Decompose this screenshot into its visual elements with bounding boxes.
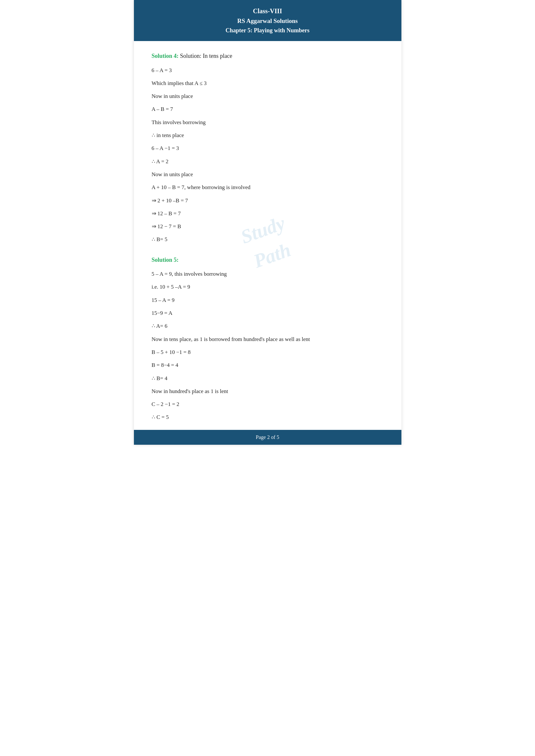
page-footer: Page 2 of 5 bbox=[134, 430, 401, 445]
sol4-line-11: ⇒ 12 – B = 7 bbox=[152, 208, 383, 219]
sol4-line-6: 6 – A −1 = 3 bbox=[152, 143, 383, 153]
sol5-line-10: C – 2 −1 = 2 bbox=[152, 399, 383, 410]
sol5-line-7: B = 8−4 = 4 bbox=[152, 360, 383, 370]
header-line3: Chapter 5: Playing with Numbers bbox=[140, 26, 395, 35]
header-line2: RS Aggarwal Solutions bbox=[140, 16, 395, 26]
header-line1: Class-VIII bbox=[140, 6, 395, 16]
sol5-line-8: ∴ B= 4 bbox=[152, 373, 383, 384]
sol5-line-9: Now in hundred's place as 1 is lent bbox=[152, 386, 383, 396]
solution4-heading-text: Solution: In tens place bbox=[179, 53, 232, 59]
page-container: Class-VIII RS Aggarwal Solutions Chapter… bbox=[134, 0, 401, 445]
footer-text: Page 2 of 5 bbox=[256, 434, 279, 440]
sol5-line-2: 15 – A = 9 bbox=[152, 295, 383, 306]
sol5-line-4: ∴ A= 6 bbox=[152, 321, 383, 331]
sol5-line-5: Now in tens place, as 1 is borrowed from… bbox=[152, 334, 383, 344]
solution5-label: Solution 5: bbox=[152, 256, 179, 263]
sol4-line-0: 6 – A = 3 bbox=[152, 65, 383, 76]
sol4-line-7: ∴ A = 2 bbox=[152, 156, 383, 167]
sol5-line-11: ∴ C = 5 bbox=[152, 412, 383, 422]
page-content: Study Path Solution 4: Solution: In tens… bbox=[134, 41, 401, 445]
solution5-heading: Solution 5: bbox=[152, 255, 383, 265]
sol5-line-0: 5 – A = 9, this involves borrowing bbox=[152, 269, 383, 279]
sol5-line-1: i.e. 10 + 5 –A = 9 bbox=[152, 282, 383, 292]
sol4-line-1: Which implies that A ≤ 3 bbox=[152, 78, 383, 89]
sol4-line-4: This involves borrowing bbox=[152, 117, 383, 128]
sol4-line-13: ∴ B= 5 bbox=[152, 234, 383, 245]
solution4-label: Solution 4: bbox=[152, 53, 179, 59]
sol4-line-2: Now in units place bbox=[152, 91, 383, 101]
sol4-line-3: A – B = 7 bbox=[152, 104, 383, 114]
sol5-line-3: 15−9 = A bbox=[152, 308, 383, 318]
page-header: Class-VIII RS Aggarwal Solutions Chapter… bbox=[134, 0, 401, 41]
solution4-heading: Solution 4: Solution: In tens place bbox=[152, 51, 383, 61]
sol4-line-12: ⇒ 12 − 7 = B bbox=[152, 221, 383, 232]
sol5-line-6: B – 5 + 10 −1 = 8 bbox=[152, 347, 383, 358]
sol4-line-10: ⇒ 2 + 10 –B = 7 bbox=[152, 196, 383, 206]
sol4-line-5: ∴ in tens place bbox=[152, 130, 383, 141]
sol4-line-8: Now in units place bbox=[152, 169, 383, 180]
sol4-line-9: A + 10 – B = 7, where borrowing is invol… bbox=[152, 182, 383, 193]
